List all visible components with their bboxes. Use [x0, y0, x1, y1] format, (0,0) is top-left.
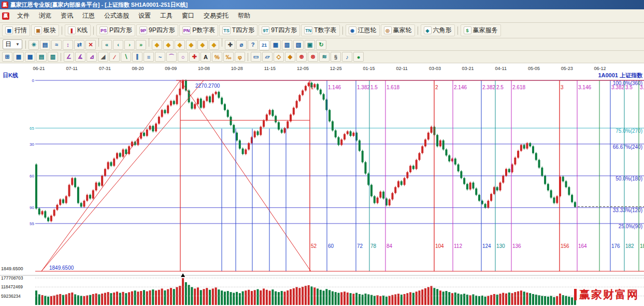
winner-service-button[interactable]: $赢家服务 [461, 24, 501, 36]
candle-body [493, 187, 495, 194]
gann-angle-tool-icon[interactable]: ◆ [175, 40, 185, 50]
layout-grid-icon[interactable]: ▧ [293, 40, 304, 50]
menu-item-browse[interactable]: 浏览 [34, 12, 56, 19]
calendar-21-icon[interactable]: 21 [259, 40, 269, 50]
col-grid-tool-icon[interactable]: ▥ [48, 52, 58, 62]
trend-view-icon[interactable]: ≈ [51, 40, 62, 50]
quotes-button[interactable]: ▦行情 [2, 24, 30, 36]
refresh-icon[interactable]: ↻ [316, 40, 326, 50]
sectors-button[interactable]: ▣板块 [31, 24, 59, 36]
sort-updown-icon[interactable]: ↕ [63, 40, 73, 50]
diamond-tool-icon[interactable]: ◇ [274, 52, 284, 62]
gann-cycle-tool-icon[interactable]: ◆ [186, 40, 196, 50]
t-number-table-button[interactable]: TNT数字表 [301, 24, 339, 36]
menu-item-gann[interactable]: 江恩 [78, 12, 99, 19]
watermark-text: 赢家财富网 [579, 287, 639, 302]
gann-grid-tool-icon[interactable]: ◆ [197, 40, 208, 50]
menu-item-settings[interactable]: 设置 [134, 12, 155, 19]
toolbar-separator [222, 38, 222, 47]
volume-bar [221, 290, 223, 305]
kline-button[interactable]: ❚K线 [65, 24, 91, 36]
text-tool-icon[interactable]: A [201, 52, 211, 62]
switch-view-icon[interactable]: ⇄ [74, 40, 84, 50]
cross-line-tool-icon[interactable]: ✚ [189, 52, 199, 62]
dot-tool-icon[interactable]: ● [353, 52, 364, 62]
last-bar-icon[interactable]: » [136, 40, 146, 50]
time-box-tool-icon[interactable]: ▱ [262, 52, 273, 62]
wave-tool-icon[interactable]: ~ [155, 52, 165, 62]
layout-split-icon[interactable]: ▥ [282, 40, 292, 50]
percent-tool-icon[interactable]: % [212, 52, 222, 62]
golden-ratio-tool-icon[interactable]: φ [235, 52, 245, 62]
menu-item-help[interactable]: 帮助 [233, 12, 255, 19]
trendline-down-tool-icon[interactable]: ∖ [121, 52, 131, 62]
ripple-tool-icon[interactable]: ≋ [319, 52, 330, 62]
candle-body [92, 190, 94, 199]
p-number-table-button[interactable]: PNP数字表 [179, 24, 219, 36]
dense-grid-tool-icon[interactable]: ▦ [13, 52, 24, 62]
triangle-tool-icon[interactable]: ⊿ [87, 52, 97, 62]
menu-item-tools[interactable]: 工具 [155, 12, 177, 19]
candle-body [206, 96, 208, 101]
solid-diamond-tool-icon[interactable]: ◆ [285, 52, 295, 62]
section-tool-icon[interactable]: § [331, 52, 341, 62]
target-tool-icon[interactable]: ⊕ [296, 52, 307, 62]
next-bar-icon[interactable]: › [124, 40, 135, 50]
hexagon-button[interactable]: ◈六角形 [421, 24, 455, 36]
hatch-grid-tool-icon[interactable]: ▩ [25, 52, 35, 62]
row-grid-tool-icon[interactable]: ▤ [36, 52, 47, 62]
9t-square-button[interactable]: 9T9T四方形 [259, 24, 300, 36]
date-label: 10-08 [198, 66, 210, 71]
menu-item-window[interactable]: 窗口 [177, 12, 199, 19]
winner-wheel-button[interactable]: ◎赢家轮 [381, 24, 415, 36]
trendline-up-tool-icon[interactable]: ∕ [109, 52, 120, 62]
measure-angle-tool-icon[interactable]: ∡ [75, 52, 85, 62]
wedge-tool-icon[interactable]: ◢ [98, 52, 108, 62]
first-bar-icon[interactable]: « [102, 40, 112, 50]
close-view-icon[interactable]: ✕ [85, 40, 96, 50]
gann-fan-tool-icon[interactable]: ◆ [163, 40, 174, 50]
menu-item-formula-picker[interactable]: 公式选股 [99, 12, 134, 19]
menu-item-file[interactable]: 文件 [12, 12, 34, 19]
volume-bar [359, 294, 361, 305]
grid-tool-icon[interactable]: ⊞ [2, 52, 12, 62]
candle-body [194, 104, 196, 109]
layout-single-icon[interactable]: ▦ [270, 40, 281, 50]
zoom-icon[interactable]: ⌀ [236, 40, 247, 50]
volume-bar [391, 295, 393, 305]
gann-square-tool-icon[interactable]: ◆ [152, 40, 162, 50]
crosshair-icon[interactable]: ✚ [225, 40, 235, 50]
candle-body [104, 169, 106, 176]
9p-square-button[interactable]: 9P9P四方形 [136, 24, 178, 36]
retracement-label: 66.67%(240) [613, 144, 642, 150]
hlines-tool-icon[interactable]: ≡ [144, 52, 154, 62]
menu-item-news[interactable]: 资讯 [56, 12, 78, 19]
save-icon[interactable]: ▣ [305, 40, 315, 50]
prev-bar-icon[interactable]: ‹ [113, 40, 123, 50]
volume-bar [514, 292, 516, 305]
channel-tool-icon[interactable]: ∥ [132, 52, 142, 62]
volume-bar [367, 295, 369, 305]
circle-tool-icon[interactable]: ○ [178, 52, 188, 62]
volume-axis-label: 118472469 [1, 284, 23, 289]
arc-tool-icon[interactable]: ⌒ [166, 52, 177, 62]
volume-bar [149, 290, 151, 305]
exclude-tool-icon[interactable]: ⊗ [308, 52, 318, 62]
candle-body [385, 199, 388, 205]
angle-tool-icon[interactable]: ∠ [64, 52, 74, 62]
gann-web-icon[interactable]: ✳ [28, 40, 39, 50]
t-square-button[interactable]: TST四方形 [219, 24, 257, 36]
note-tool-icon[interactable]: ♪ [342, 52, 352, 62]
info-icon[interactable]: ? [248, 40, 258, 50]
cycle-days-label: 136 [512, 243, 521, 249]
p-square-button[interactable]: PSP四方形 [96, 24, 135, 36]
menu-item-trade-order[interactable]: 交易委托 [199, 12, 233, 19]
price-box-tool-icon[interactable]: ▭ [251, 52, 261, 62]
permille-tool-icon[interactable]: ‰ [223, 52, 234, 62]
candle-body [68, 185, 70, 196]
gann-wheel-button[interactable]: ◉江恩轮 [346, 24, 380, 36]
period-select[interactable]: 日 ▼ [3, 39, 22, 49]
volume-bar [224, 291, 226, 305]
gann-spiral-tool-icon[interactable]: ◆ [209, 40, 219, 50]
quote-list-icon[interactable]: ▤ [40, 40, 50, 50]
